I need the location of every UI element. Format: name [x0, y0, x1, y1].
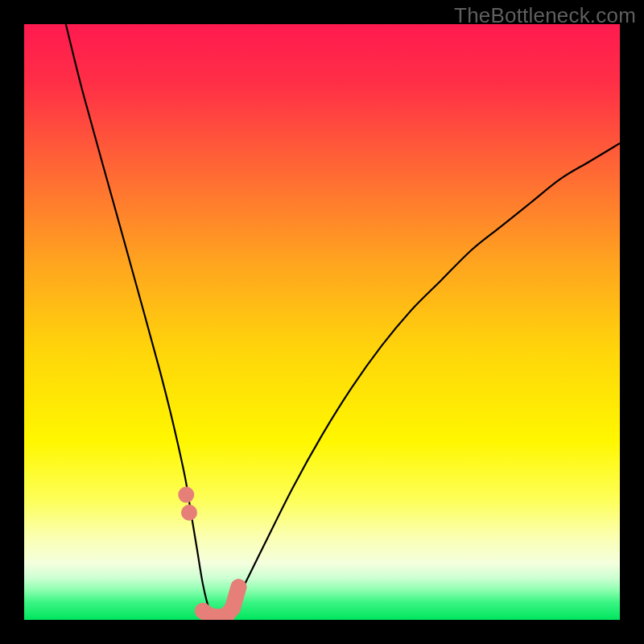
- dot: [181, 505, 197, 521]
- bottleneck-curve: [66, 24, 620, 620]
- plot-area: [24, 24, 620, 620]
- dot: [230, 579, 246, 595]
- dot: [225, 600, 241, 616]
- highlight-dots: [178, 487, 246, 620]
- watermark-text: TheBottleneck.com: [454, 3, 636, 28]
- dot: [178, 487, 194, 503]
- chart-frame: TheBottleneck.com: [0, 0, 644, 644]
- curve-layer: [24, 24, 620, 620]
